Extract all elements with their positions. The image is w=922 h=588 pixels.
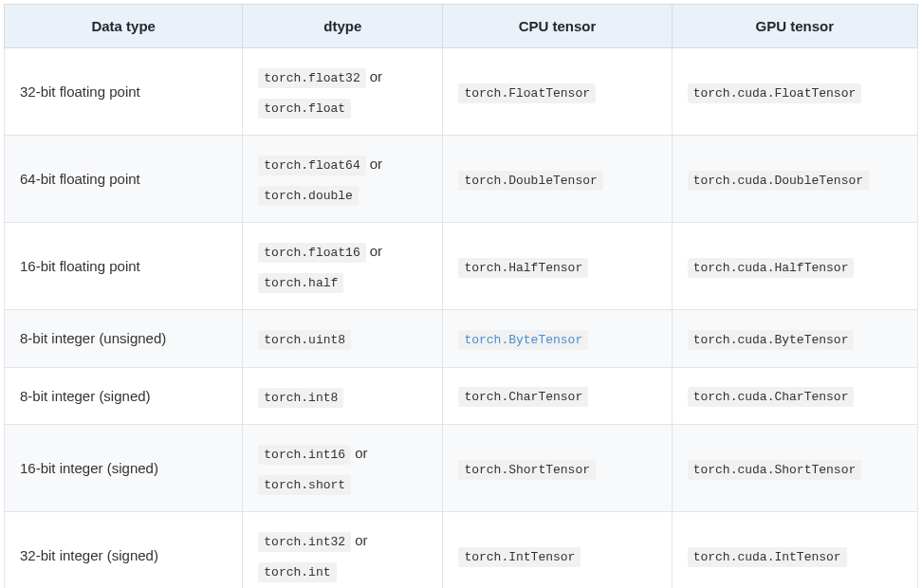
table-row: 16-bit integer (signed)torch.int16ortorc… bbox=[5, 425, 918, 512]
cpu-tensor-code: torch.FloatTensor bbox=[458, 83, 596, 103]
dtype-code-secondary: torch.short bbox=[258, 475, 351, 495]
cell-dtype: torch.uint8 bbox=[243, 310, 443, 368]
cpu-tensor-code: torch.DoubleTensor bbox=[458, 171, 602, 191]
cell-cpu-tensor: torch.HalfTensor bbox=[443, 223, 672, 310]
dtype-code-primary: torch.int16 bbox=[258, 445, 351, 465]
dtype-code-primary: torch.float64 bbox=[258, 156, 365, 175]
cell-gpu-tensor: torch.cuda.ShortTensor bbox=[672, 425, 917, 512]
dtype-or: or bbox=[355, 445, 367, 461]
dtype-or: or bbox=[355, 532, 367, 548]
table-row: 8-bit integer (signed)torch.int8torch.Ch… bbox=[5, 367, 918, 425]
table-row: 32-bit integer (signed)torch.int32ortorc… bbox=[5, 512, 918, 589]
cell-datatype: 32-bit floating point bbox=[5, 48, 243, 136]
cell-gpu-tensor: torch.cuda.DoubleTensor bbox=[672, 136, 917, 223]
cell-datatype: 16-bit floating point bbox=[5, 223, 243, 310]
cell-dtype: torch.int8 bbox=[243, 367, 443, 425]
table-row: 32-bit floating pointtorch.float32ortorc… bbox=[5, 48, 918, 136]
cell-gpu-tensor: torch.cuda.ByteTensor bbox=[672, 310, 917, 368]
dtype-code-primary: torch.float32 bbox=[258, 68, 365, 88]
cell-dtype: torch.int32ortorch.int bbox=[243, 512, 443, 589]
gpu-tensor-code: torch.cuda.HalfTensor bbox=[688, 258, 855, 278]
gpu-tensor-code: torch.cuda.ShortTensor bbox=[688, 460, 862, 480]
cell-datatype: 8-bit integer (signed) bbox=[5, 367, 243, 425]
tensor-types-table: Data type dtype CPU tensor GPU tensor 32… bbox=[4, 4, 918, 588]
cpu-tensor-code: torch.ShortTensor bbox=[458, 460, 596, 480]
cell-cpu-tensor: torch.ShortTensor bbox=[443, 425, 672, 512]
cell-gpu-tensor: torch.cuda.CharTensor bbox=[672, 367, 917, 425]
cell-dtype: torch.int16ortorch.short bbox=[243, 425, 443, 512]
table-row: 16-bit floating pointtorch.float16ortorc… bbox=[5, 223, 918, 310]
dtype-or: or bbox=[370, 243, 382, 259]
gpu-tensor-code: torch.cuda.FloatTensor bbox=[688, 83, 862, 103]
dtype-code-secondary: torch.float bbox=[258, 99, 351, 119]
cpu-tensor-code[interactable]: torch.ByteTensor bbox=[458, 330, 588, 350]
cell-datatype: 16-bit integer (signed) bbox=[5, 425, 243, 512]
dtype-code-secondary: torch.half bbox=[258, 273, 343, 293]
dtype-code-primary: torch.int8 bbox=[258, 388, 343, 408]
dtype-code-secondary: torch.int bbox=[258, 562, 336, 582]
cell-dtype: torch.float16ortorch.half bbox=[243, 223, 443, 310]
cell-dtype: torch.float32ortorch.float bbox=[243, 48, 443, 136]
table-row: 8-bit integer (unsigned)torch.uint8torch… bbox=[5, 310, 918, 368]
header-dtype: dtype bbox=[243, 5, 443, 48]
cell-cpu-tensor: torch.ByteTensor bbox=[443, 310, 672, 368]
cell-gpu-tensor: torch.cuda.IntTensor bbox=[672, 512, 917, 589]
gpu-tensor-code: torch.cuda.DoubleTensor bbox=[688, 171, 869, 191]
cell-cpu-tensor: torch.IntTensor bbox=[443, 512, 672, 589]
cell-gpu-tensor: torch.cuda.HalfTensor bbox=[672, 223, 917, 310]
header-gpu: GPU tensor bbox=[672, 5, 917, 48]
dtype-or: or bbox=[370, 156, 382, 172]
cell-datatype: 32-bit integer (signed) bbox=[5, 512, 243, 589]
header-datatype: Data type bbox=[5, 5, 243, 48]
dtype-or: or bbox=[370, 68, 382, 84]
dtype-code-primary: torch.int32 bbox=[258, 532, 351, 552]
cell-gpu-tensor: torch.cuda.FloatTensor bbox=[672, 48, 917, 136]
table-row: 64-bit floating pointtorch.float64ortorc… bbox=[5, 136, 918, 223]
dtype-code-primary: torch.uint8 bbox=[258, 330, 351, 350]
gpu-tensor-code: torch.cuda.CharTensor bbox=[688, 387, 855, 407]
cell-cpu-tensor: torch.FloatTensor bbox=[443, 48, 672, 136]
cell-cpu-tensor: torch.DoubleTensor bbox=[443, 136, 672, 223]
gpu-tensor-code: torch.cuda.ByteTensor bbox=[688, 330, 855, 350]
gpu-tensor-code: torch.cuda.IntTensor bbox=[688, 547, 847, 567]
cell-dtype: torch.float64ortorch.double bbox=[243, 136, 443, 223]
cell-datatype: 8-bit integer (unsigned) bbox=[5, 310, 243, 368]
dtype-code-secondary: torch.double bbox=[258, 186, 359, 206]
cpu-tensor-code: torch.IntTensor bbox=[458, 547, 581, 567]
cell-datatype: 64-bit floating point bbox=[5, 136, 243, 223]
header-cpu: CPU tensor bbox=[443, 5, 672, 48]
cpu-tensor-code: torch.HalfTensor bbox=[458, 258, 588, 278]
cpu-tensor-code: torch.CharTensor bbox=[458, 387, 588, 407]
dtype-code-primary: torch.float16 bbox=[258, 243, 365, 263]
table-header-row: Data type dtype CPU tensor GPU tensor bbox=[5, 5, 918, 48]
cell-cpu-tensor: torch.CharTensor bbox=[443, 367, 672, 425]
